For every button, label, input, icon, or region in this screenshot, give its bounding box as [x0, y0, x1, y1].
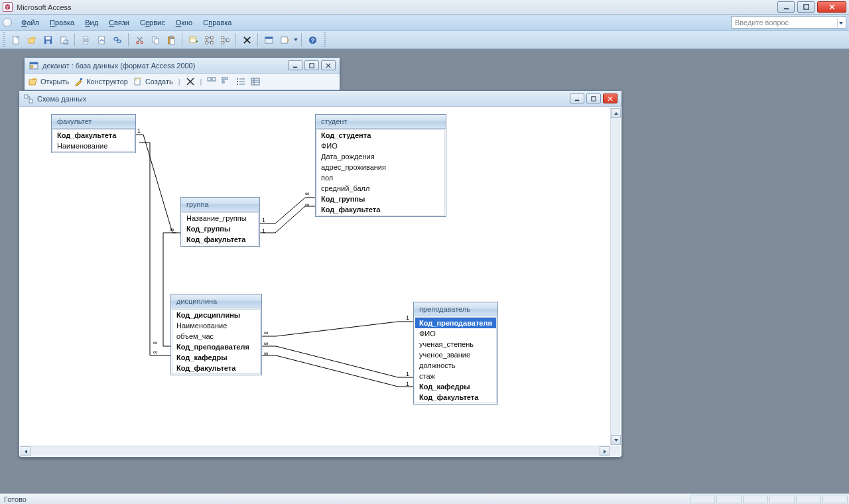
field-ФИО[interactable]: ФИО	[317, 141, 444, 151]
new-object-icon[interactable]	[277, 32, 292, 47]
chevron-down-icon[interactable]	[837, 19, 844, 27]
save-icon[interactable]	[40, 32, 55, 47]
menu-Связи[interactable]: Связи	[103, 17, 135, 28]
field-Название_группы[interactable]: Название_группы	[182, 213, 258, 223]
link-tables-icon[interactable]	[110, 32, 125, 47]
menu-Справка[interactable]: Справка	[198, 17, 237, 28]
size-grip[interactable]	[610, 446, 620, 456]
horizontal-scrollbar[interactable]	[21, 446, 610, 456]
menu-Окно[interactable]: Окно	[170, 17, 198, 28]
toolbar-grip[interactable]	[324, 32, 326, 47]
field-ФИО[interactable]: ФИО	[415, 328, 496, 339]
help-icon[interactable]: ?	[305, 32, 320, 47]
table-header[interactable]: группа	[181, 198, 259, 212]
scroll-right-icon[interactable]	[600, 446, 610, 456]
relationships-canvas[interactable]: 1 ∞ 1 1 ∞ ∞ ∞ ∞ ∞ 1 1 1 ∞ ∞ факультет Ко…	[20, 107, 610, 446]
svg-rect-24	[205, 36, 208, 38]
scroll-up-icon[interactable]	[611, 108, 621, 118]
toolbar-grip[interactable]	[3, 32, 5, 47]
field-Наименование[interactable]: Наименование	[53, 141, 134, 151]
ask-a-question-box[interactable]: Введите вопрос	[731, 16, 846, 29]
database-window-titlebar[interactable]: деканат : база данных (формат Access 200…	[25, 58, 340, 74]
field-Код_кафедры[interactable]: Код_кафедры	[415, 381, 496, 392]
database-window[interactable]: деканат : база данных (формат Access 200…	[24, 57, 340, 94]
table-header[interactable]: дисциплина	[171, 294, 261, 308]
show-all-relationships-icon[interactable]	[202, 32, 216, 47]
field-пол[interactable]: пол	[317, 172, 444, 183]
db-delete-icon[interactable]	[186, 77, 195, 86]
new-file-icon[interactable]	[9, 32, 23, 47]
field-должность[interactable]: должность	[415, 360, 496, 371]
delete-icon[interactable]	[239, 32, 254, 47]
field-объем_час[interactable]: объем_час	[172, 331, 260, 342]
field-Код_преподавателя[interactable]: Код_преподавателя	[172, 342, 260, 352]
minimize-button[interactable]	[777, 1, 795, 13]
maximize-button[interactable]	[797, 1, 815, 13]
field-Код_группы[interactable]: Код_группы	[182, 223, 258, 234]
field-Код_группы[interactable]: Код_группы	[317, 194, 444, 204]
db-open-button[interactable]: Открыть	[29, 77, 69, 86]
scroll-down-icon[interactable]	[611, 435, 621, 445]
db-list-icon[interactable]	[236, 77, 245, 86]
print-preview-icon[interactable]	[56, 32, 71, 47]
db-design-button[interactable]: Конструктор	[74, 77, 128, 86]
table-teacher[interactable]: преподаватель Код_преподавателяФИОученая…	[413, 302, 498, 405]
field-Наименование[interactable]: Наименование	[172, 320, 260, 331]
copy-icon[interactable]	[148, 32, 163, 47]
table-group[interactable]: группа Название_группыКод_группыКод_факу…	[180, 197, 260, 247]
field-Код_кафедры[interactable]: Код_кафедры	[172, 352, 260, 363]
chevron-down-icon[interactable]	[293, 38, 298, 41]
field-Код_факультета[interactable]: Код_факультета	[415, 392, 496, 403]
print-icon[interactable]	[78, 32, 93, 47]
field-Дата_рождения[interactable]: Дата_рождения	[317, 151, 444, 162]
schema-close-button[interactable]	[603, 94, 618, 103]
table-discipline[interactable]: дисциплина Код_дисциплиныНаименованиеобъ…	[170, 294, 262, 375]
db-minimize-button[interactable]	[288, 60, 302, 70]
db-close-button[interactable]	[321, 60, 336, 70]
menu-Файл[interactable]: Файл	[16, 17, 44, 28]
show-direct-icon[interactable]	[218, 32, 232, 47]
add-table-icon[interactable]	[186, 32, 200, 47]
menu-Сервис[interactable]: Сервис	[135, 17, 170, 28]
field-Код_факультета[interactable]: Код_факультета	[53, 130, 134, 141]
table-student[interactable]: студент Код_студентаФИОДата_рожденияадре…	[315, 114, 446, 217]
field-адрес_проживания[interactable]: адрес_проживания	[317, 162, 444, 172]
field-ученая_степень[interactable]: ученая_степень	[415, 339, 496, 349]
menu-Правка[interactable]: Правка	[44, 17, 80, 28]
field-Код_дисциплины[interactable]: Код_дисциплины	[172, 310, 260, 320]
cut-icon[interactable]	[132, 32, 147, 47]
field-ученое_звание[interactable]: ученое_звание	[415, 349, 496, 360]
paste-icon[interactable]	[164, 32, 178, 47]
field-Код_студента[interactable]: Код_студента	[317, 130, 444, 141]
db-create-button[interactable]: Создать	[133, 77, 173, 86]
field-Код_факультета[interactable]: Код_факультета	[172, 363, 260, 373]
field-Код_преподавателя[interactable]: Код_преподавателя	[415, 318, 496, 328]
db-large-icons-icon[interactable]	[207, 77, 216, 86]
db-details-icon[interactable]	[251, 77, 260, 86]
table-header[interactable]: студент	[316, 115, 446, 129]
table-header[interactable]: факультет	[52, 115, 135, 129]
field-Код_факультета[interactable]: Код_факультета	[182, 234, 258, 245]
schema-window-titlebar[interactable]: Схема данных	[19, 91, 621, 107]
field-средний_балл[interactable]: средний_балл	[317, 183, 444, 194]
field-стаж[interactable]: стаж	[415, 371, 496, 381]
menu-Вид[interactable]: Вид	[80, 17, 103, 28]
database-window-icon[interactable]	[261, 32, 276, 47]
save-as-file-icon[interactable]	[94, 32, 109, 47]
schema-maximize-button[interactable]	[586, 94, 601, 103]
db-small-icons-icon[interactable]	[222, 77, 231, 86]
close-button[interactable]	[817, 1, 846, 13]
open-icon[interactable]	[25, 32, 39, 47]
schema-window[interactable]: Схема данных	[19, 90, 622, 458]
svg-rect-40	[310, 63, 314, 67]
db-maximize-button[interactable]	[304, 60, 319, 70]
office-button-icon[interactable]	[3, 18, 12, 27]
svg-rect-51	[237, 84, 238, 85]
vertical-scrollbar[interactable]	[610, 108, 620, 445]
table-faculty[interactable]: факультет Код_факультетаНаименование	[51, 114, 136, 153]
table-header[interactable]: преподаватель	[414, 302, 497, 316]
svg-point-15	[136, 41, 138, 43]
scroll-left-icon[interactable]	[21, 446, 31, 456]
schema-minimize-button[interactable]	[570, 94, 584, 103]
field-Код_факультета[interactable]: Код_факультета	[317, 204, 444, 215]
